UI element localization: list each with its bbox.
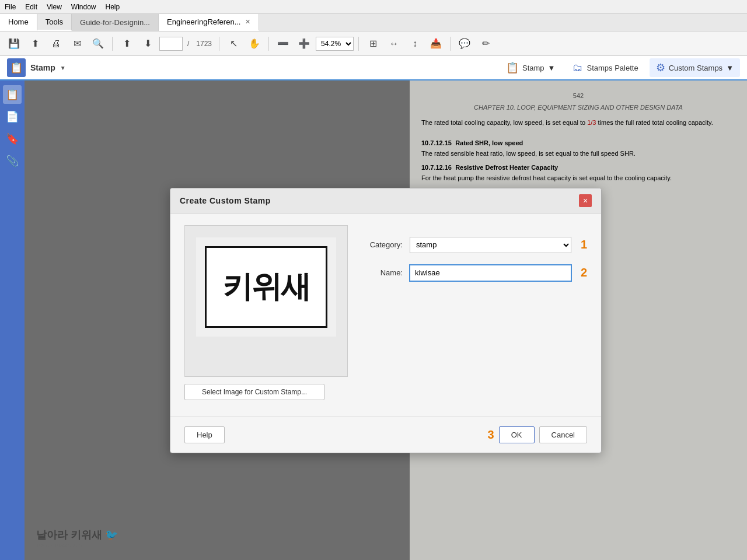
- stamp-preview-image: 키위새: [196, 237, 336, 337]
- step-2-number: 2: [581, 266, 587, 279]
- presentation-button[interactable]: 📥: [427, 34, 445, 53]
- page-number-input[interactable]: 542: [159, 37, 183, 51]
- sidebar-attachment-icon[interactable]: 📎: [3, 152, 22, 170]
- content-area: 542 CHAPTER 10. LOOP, EQUIPMENT SIZING A…: [25, 80, 747, 560]
- category-row: Category: stamp 1: [362, 237, 587, 253]
- page-separator: /: [187, 40, 189, 48]
- menu-bar: File Edit View Window Help: [0, 0, 747, 14]
- tab-home[interactable]: Home: [0, 14, 37, 31]
- tab-engineering-label: EngineeringReferen...: [167, 18, 240, 26]
- step-3-number: 3: [488, 428, 494, 442]
- comment-button[interactable]: 💬: [455, 34, 474, 53]
- sep2: [219, 37, 219, 51]
- stamps-palette-label: Stamps Palette: [587, 64, 638, 72]
- help-button[interactable]: Help: [184, 426, 225, 443]
- custom-stamps-icon: ⚙: [656, 61, 665, 74]
- main-area: 📋 📄 🔖 📎 542 CHAPTER 10. LOOP, EQUIPMENT …: [0, 80, 747, 560]
- menu-view[interactable]: View: [47, 3, 62, 11]
- stamp-korean-text: 키위새: [222, 267, 310, 307]
- stamp-btn-label: Stamp: [522, 64, 544, 72]
- cancel-button[interactable]: Cancel: [539, 426, 587, 443]
- stamp-icon: 📋: [506, 61, 519, 74]
- stamp-preview-area: 키위새: [184, 225, 348, 377]
- tab-guide[interactable]: Guide-for-Designin...: [72, 14, 159, 31]
- zoom-in-button[interactable]: ➕: [295, 34, 313, 53]
- tab-tools[interactable]: Tools: [37, 14, 72, 31]
- menu-file[interactable]: File: [5, 3, 16, 11]
- stamp-active-icon: 📋: [7, 58, 26, 77]
- dialog-overlay: Create Custom Stamp × 키위새: [25, 80, 747, 560]
- custom-stamps-button[interactable]: ⚙ Custom Stamps ▼: [650, 58, 740, 77]
- menu-window[interactable]: Window: [71, 3, 96, 11]
- tab-bar: Home Tools Guide-for-Designin... Enginee…: [0, 14, 747, 32]
- sep5: [450, 37, 451, 51]
- save-button[interactable]: 💾: [5, 34, 23, 53]
- stamp-image-border: 키위새: [205, 246, 327, 328]
- dialog-close-button[interactable]: ×: [579, 194, 592, 207]
- ok-button[interactable]: OK: [499, 426, 535, 443]
- fit-width-button[interactable]: ↔: [385, 34, 403, 53]
- prev-page-button[interactable]: ⬆: [117, 34, 136, 53]
- dialog-preview-section: 키위새 Select Image for Custom Stamp...: [184, 225, 348, 400]
- name-input[interactable]: [410, 265, 571, 281]
- sidebar-bookmark-icon[interactable]: 🔖: [3, 130, 22, 148]
- category-label: Category:: [362, 240, 403, 249]
- sidebar-pages-icon[interactable]: 📄: [3, 107, 22, 126]
- secondary-toolbar: 📋 Stamp ▼ 📋 Stamp ▼ 🗂 Stamps Palette ⚙ C…: [0, 56, 747, 80]
- category-select[interactable]: stamp: [410, 237, 571, 253]
- sep4: [358, 37, 359, 51]
- zoom-select[interactable]: 54.2%: [316, 37, 354, 51]
- custom-stamps-arrow: ▼: [726, 64, 734, 72]
- zoom-out-button[interactable]: ➖: [274, 34, 292, 53]
- left-sidebar: 📋 📄 🔖 📎: [0, 80, 25, 560]
- tab-home-label: Home: [8, 18, 29, 26]
- stamp-btn-arrow: ▼: [548, 64, 556, 72]
- print-button[interactable]: 🖨: [47, 34, 65, 53]
- email-button[interactable]: ✉: [68, 34, 86, 53]
- sidebar-stamp-icon[interactable]: 📋: [3, 85, 22, 104]
- upload-button[interactable]: ⬆: [26, 34, 44, 53]
- fit-height-button[interactable]: ↕: [406, 34, 424, 53]
- tab-tools-label: Tools: [46, 18, 63, 26]
- menu-help[interactable]: Help: [106, 3, 120, 11]
- dialog-body: 키위새 Select Image for Custom Stamp... Cat…: [170, 214, 601, 412]
- hand-tool-button[interactable]: ✋: [245, 34, 264, 53]
- dialog-title-bar: Create Custom Stamp ×: [170, 188, 601, 214]
- draw-button[interactable]: ✏: [476, 34, 495, 53]
- stamp-dropdown-icon[interactable]: ▼: [60, 65, 66, 71]
- sep1: [112, 37, 113, 51]
- next-page-button[interactable]: ⬇: [138, 34, 157, 53]
- footer-right: 3 OK Cancel: [486, 426, 587, 443]
- dialog-form-section: Category: stamp 1 Name: 2: [362, 225, 587, 400]
- tab-guide-label: Guide-for-Designin...: [80, 18, 150, 27]
- create-custom-stamp-dialog: Create Custom Stamp × 키위새: [170, 188, 602, 453]
- footer-left: Help: [184, 426, 225, 443]
- select-image-button[interactable]: Select Image for Custom Stamp...: [184, 384, 324, 400]
- tab-close-icon[interactable]: ✕: [245, 18, 250, 26]
- cursor-tool-button[interactable]: ↖: [224, 34, 243, 53]
- step-1-number: 1: [581, 238, 587, 251]
- main-toolbar: 💾 ⬆ 🖨 ✉ 🔍 ⬆ ⬇ 542 / 1723 ↖ ✋ ➖ ➕ 54.2% ⊞…: [0, 32, 747, 56]
- stamps-palette-button[interactable]: 🗂 Stamps Palette: [566, 59, 644, 77]
- name-label: Name:: [362, 268, 403, 277]
- menu-edit[interactable]: Edit: [25, 3, 37, 11]
- dialog-footer: Help 3 OK Cancel: [170, 416, 601, 453]
- stamps-palette-icon: 🗂: [573, 62, 583, 74]
- fit-page-button[interactable]: ⊞: [364, 34, 382, 53]
- page-total: 1723: [196, 40, 212, 48]
- name-row: Name: 2: [362, 265, 587, 281]
- search-button[interactable]: 🔍: [89, 34, 107, 53]
- tab-engineering[interactable]: EngineeringReferen... ✕: [159, 14, 259, 31]
- dialog-title: Create Custom Stamp: [180, 196, 271, 205]
- custom-stamps-label: Custom Stamps: [669, 64, 722, 72]
- sep3: [268, 37, 269, 51]
- stamp-tool-label: Stamp: [30, 63, 55, 72]
- stamp-button[interactable]: 📋 Stamp ▼: [500, 58, 561, 77]
